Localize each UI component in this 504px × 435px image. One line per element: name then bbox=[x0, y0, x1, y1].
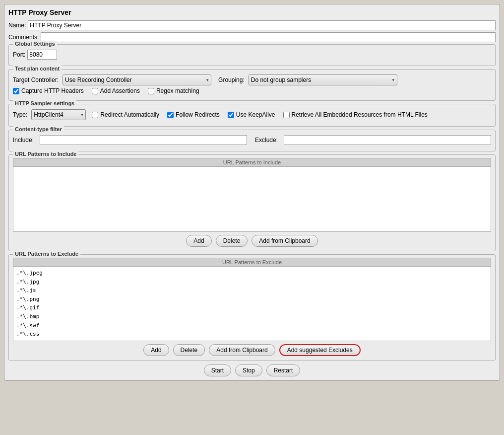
retrieve-embedded-text: Retrieve All Embedded Resources from HTM… bbox=[292, 111, 428, 118]
grouping-label: Grouping: bbox=[218, 76, 245, 83]
comments-label: Comments: bbox=[8, 34, 39, 41]
port-label: Port: bbox=[13, 51, 25, 58]
port-row: Port: bbox=[13, 50, 491, 60]
regex-matching-label[interactable]: Regex matching bbox=[148, 87, 199, 94]
global-settings-legend: Global Settings bbox=[13, 41, 57, 47]
use-keepalive-checkbox[interactable] bbox=[228, 112, 234, 118]
exclude-add-button[interactable]: Add bbox=[143, 344, 169, 356]
http-sampler-group: HTTP Sampler settings Type: HttpClient4 … bbox=[8, 104, 496, 127]
name-row: Name: bbox=[8, 20, 496, 30]
grouping-select[interactable]: Do not group samplers bbox=[249, 74, 397, 85]
retrieve-embedded-label[interactable]: Retrieve All Embedded Resources from HTM… bbox=[283, 111, 428, 118]
regex-matching-text: Regex matching bbox=[156, 87, 199, 94]
grouping-wrapper: Do not group samplers bbox=[249, 74, 397, 85]
redirect-auto-label[interactable]: Redirect Automatically bbox=[92, 111, 159, 118]
add-assertions-text: Add Assertions bbox=[100, 87, 140, 94]
url-patterns-exclude-body: .*\.jpeg.*\.jpg.*\.js.*\.png.*\.gif.*\.b… bbox=[13, 267, 491, 341]
list-item: .*\.swf bbox=[16, 321, 488, 330]
target-controller-select[interactable]: Use Recording Controller bbox=[63, 74, 211, 85]
exclude-button-row: Add Delete Add from Clipboard Add sugges… bbox=[9, 344, 495, 356]
include-exclude-row: Include: Exclude: bbox=[13, 135, 491, 145]
include-input[interactable] bbox=[40, 135, 247, 145]
url-patterns-exclude-inner: URL Patterns to Exclude .*\.jpeg.*\.jpg.… bbox=[13, 258, 491, 341]
list-item: .*\.jpeg bbox=[16, 269, 488, 278]
exclude-label: Exclude: bbox=[255, 137, 278, 144]
include-add-button[interactable]: Add bbox=[186, 235, 211, 247]
restart-button[interactable]: Restart bbox=[266, 364, 301, 376]
checkboxes-row: Capture HTTP Headers Add Assertions Rege… bbox=[13, 87, 491, 94]
url-patterns-include-body bbox=[13, 167, 491, 231]
exclude-input[interactable] bbox=[284, 135, 491, 145]
content-type-content: Include: Exclude: bbox=[13, 135, 491, 145]
content-type-legend: Content-type filter bbox=[13, 126, 64, 132]
exclude-add-suggested-button[interactable]: Add suggested Excludes bbox=[279, 344, 361, 356]
comments-input[interactable] bbox=[41, 32, 496, 42]
target-controller-label: Target Controller: bbox=[13, 76, 59, 83]
capture-http-headers-text: Capture HTTP Headers bbox=[21, 87, 84, 94]
url-patterns-exclude-legend: URL Patterns to Exclude bbox=[13, 251, 80, 257]
redirect-auto-checkbox[interactable] bbox=[92, 112, 98, 118]
type-wrapper: HttpClient4 bbox=[31, 109, 86, 120]
test-plan-group: Test plan content Target Controller: Use… bbox=[8, 69, 496, 101]
sampler-row: Type: HttpClient4 Redirect Automatically… bbox=[13, 109, 491, 120]
include-delete-button[interactable]: Delete bbox=[216, 235, 248, 247]
list-item: .*\.js bbox=[16, 286, 488, 295]
bottom-buttons-row: Start Stop Restart bbox=[8, 364, 496, 376]
name-label: Name: bbox=[8, 22, 26, 29]
test-plan-legend: Test plan content bbox=[13, 66, 62, 72]
url-patterns-include-header: URL Patterns to Include bbox=[13, 158, 491, 167]
add-assertions-checkbox[interactable] bbox=[92, 88, 98, 94]
url-patterns-include-section: URL Patterns to Include URL Patterns to … bbox=[8, 154, 496, 251]
follow-redirects-label[interactable]: Follow Redirects bbox=[167, 111, 220, 118]
controller-row: Target Controller: Use Recording Control… bbox=[13, 74, 491, 85]
url-patterns-exclude-header: URL Patterns to Exclude bbox=[13, 258, 491, 267]
list-item: .*\.gif bbox=[16, 303, 488, 312]
main-window: HTTP Proxy Server Name: Comments: Global… bbox=[4, 4, 500, 381]
use-keepalive-label[interactable]: Use KeepAlive bbox=[228, 111, 275, 118]
list-item: .*\.bmp bbox=[16, 312, 488, 321]
global-settings-content: Port: bbox=[13, 50, 491, 60]
type-select[interactable]: HttpClient4 bbox=[31, 109, 86, 120]
redirect-auto-text: Redirect Automatically bbox=[100, 111, 159, 118]
stop-button[interactable]: Stop bbox=[235, 364, 262, 376]
capture-http-headers-checkbox[interactable] bbox=[13, 88, 19, 94]
exclude-add-from-clipboard-button[interactable]: Add from Clipboard bbox=[209, 344, 275, 356]
start-button[interactable]: Start bbox=[204, 364, 231, 376]
use-keepalive-text: Use KeepAlive bbox=[236, 111, 275, 118]
retrieve-embedded-checkbox[interactable] bbox=[283, 112, 290, 118]
http-sampler-legend: HTTP Sampler settings bbox=[13, 100, 76, 106]
http-sampler-content: Type: HttpClient4 Redirect Automatically… bbox=[13, 109, 491, 120]
include-button-row: Add Delete Add from Clipboard bbox=[9, 235, 495, 247]
url-patterns-exclude-section: URL Patterns to Exclude URL Patterns to … bbox=[8, 254, 496, 361]
list-item: .*\.css bbox=[16, 330, 488, 339]
capture-http-headers-label[interactable]: Capture HTTP Headers bbox=[13, 87, 84, 94]
exclude-delete-button[interactable]: Delete bbox=[173, 344, 205, 356]
port-input[interactable] bbox=[27, 50, 57, 60]
test-plan-content: Target Controller: Use Recording Control… bbox=[13, 74, 491, 94]
follow-redirects-checkbox[interactable] bbox=[167, 112, 174, 118]
regex-matching-checkbox[interactable] bbox=[148, 88, 154, 94]
global-settings-group: Global Settings Port: bbox=[8, 44, 496, 66]
include-label: Include: bbox=[13, 137, 34, 144]
type-label: Type: bbox=[13, 111, 27, 118]
window-title: HTTP Proxy Server bbox=[8, 8, 496, 16]
url-patterns-include-legend: URL Patterns to Include bbox=[13, 151, 78, 157]
url-patterns-include-inner: URL Patterns to Include bbox=[13, 158, 491, 232]
list-item: .*\.jpg bbox=[16, 278, 488, 287]
add-assertions-label[interactable]: Add Assertions bbox=[92, 87, 140, 94]
comments-row: Comments: bbox=[8, 32, 496, 42]
content-type-group: Content-type filter Include: Exclude: bbox=[8, 130, 496, 151]
target-controller-wrapper: Use Recording Controller bbox=[63, 74, 211, 85]
follow-redirects-text: Follow Redirects bbox=[176, 111, 220, 118]
include-add-from-clipboard-button[interactable]: Add from Clipboard bbox=[252, 235, 317, 247]
name-input[interactable] bbox=[28, 20, 496, 30]
list-item: .*\.png bbox=[16, 295, 488, 304]
